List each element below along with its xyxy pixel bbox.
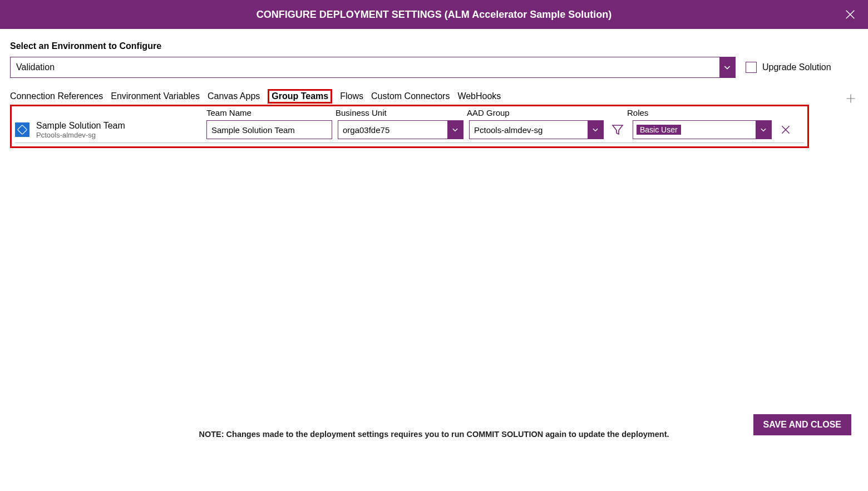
tab-connection-references[interactable]: Connection References xyxy=(10,89,103,104)
svg-rect-0 xyxy=(18,125,27,135)
row-display-sub: Pctools-almdev-sg xyxy=(36,131,206,139)
table-row: Sample Solution Team Pctools-almdev-sg S… xyxy=(15,119,804,143)
aad-group-value: Pctools-almdev-sg xyxy=(470,125,547,135)
delete-row-icon[interactable] xyxy=(777,120,794,139)
upgrade-solution-label: Upgrade Solution xyxy=(762,62,831,72)
business-unit-value: orga03fde75 xyxy=(338,125,394,135)
chevron-down-icon[interactable] xyxy=(588,121,603,139)
roles-value: Basic User xyxy=(637,125,681,135)
team-name-value: Sample Solution Team xyxy=(207,125,299,135)
close-icon[interactable] xyxy=(842,7,858,22)
col-roles: Roles xyxy=(627,108,738,117)
dialog-header: CONFIGURE DEPLOYMENT SETTINGS (ALM Accel… xyxy=(0,0,868,29)
tab-group-teams[interactable]: Group Teams xyxy=(268,89,332,104)
chevron-down-icon[interactable] xyxy=(719,57,735,77)
upgrade-solution-control[interactable]: Upgrade Solution xyxy=(746,62,831,73)
aad-group-select[interactable]: Pctools-almdev-sg xyxy=(469,120,604,139)
add-row-icon[interactable] xyxy=(844,91,858,106)
tab-flows[interactable]: Flows xyxy=(340,89,363,104)
tab-bar: Connection References Environment Variab… xyxy=(10,89,858,104)
team-name-input[interactable]: Sample Solution Team xyxy=(206,120,332,139)
tab-webhooks[interactable]: WebHooks xyxy=(457,89,501,104)
chevron-down-icon[interactable] xyxy=(447,121,463,139)
tab-canvas-apps[interactable]: Canvas Apps xyxy=(208,89,260,104)
chevron-down-icon[interactable] xyxy=(756,121,771,139)
roles-select[interactable]: Basic User xyxy=(633,120,772,139)
upgrade-solution-checkbox[interactable] xyxy=(746,62,757,73)
save-and-close-button[interactable]: SAVE AND CLOSE xyxy=(753,414,851,435)
row-identity: Sample Solution Team Pctools-almdev-sg xyxy=(36,121,206,139)
col-aad-group: AAD Group xyxy=(467,108,627,117)
environment-label: Select an Environment to Configure xyxy=(10,41,858,51)
team-grid: Team Name Business Unit AAD Group Roles … xyxy=(10,105,809,148)
business-unit-select[interactable]: orga03fde75 xyxy=(338,120,463,139)
row-display-name: Sample Solution Team xyxy=(36,121,206,131)
col-business-unit: Business Unit xyxy=(336,108,467,117)
team-icon xyxy=(15,122,29,137)
environment-select[interactable]: Validation xyxy=(10,57,736,78)
dialog-title: CONFIGURE DEPLOYMENT SETTINGS (ALM Accel… xyxy=(257,9,611,21)
column-headers: Team Name Business Unit AAD Group Roles xyxy=(15,107,804,119)
tab-custom-connectors[interactable]: Custom Connectors xyxy=(371,89,450,104)
col-team-name: Team Name xyxy=(206,108,336,117)
tab-environment-variables[interactable]: Environment Variables xyxy=(111,89,200,104)
environment-select-value: Validation xyxy=(11,62,60,72)
footer-note: NOTE: Changes made to the deployment set… xyxy=(0,430,868,439)
filter-icon[interactable] xyxy=(609,120,626,139)
